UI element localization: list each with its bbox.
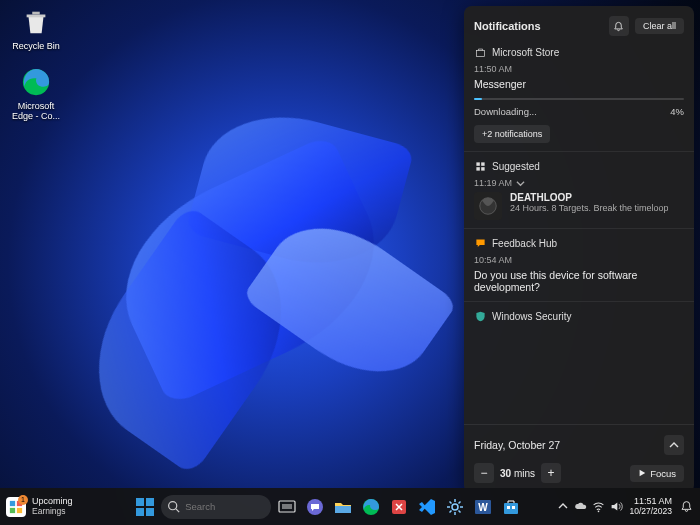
game-thumbnail (474, 192, 502, 220)
svg-point-16 (169, 502, 177, 510)
chevron-down-icon (516, 179, 525, 188)
notification-app-name: Windows Security (492, 311, 571, 322)
notification-app-name: Microsoft Store (492, 47, 559, 58)
task-view-button[interactable] (275, 495, 299, 519)
bell-icon (680, 500, 693, 513)
focus-button[interactable]: Focus (630, 465, 684, 482)
windows-icon (136, 498, 154, 516)
chevron-up-icon (669, 440, 679, 450)
download-percent: 4% (670, 106, 684, 117)
decrease-minutes-button[interactable]: − (474, 463, 494, 483)
play-icon (638, 469, 646, 477)
notification-group-suggested[interactable]: Suggested 11:19 AM DEATHLOOP 24 Hours. 8… (474, 160, 684, 220)
widgets-button[interactable]: 1 Upcoming Earnings (0, 497, 100, 517)
svg-rect-11 (17, 507, 22, 512)
notifications-button[interactable] (678, 498, 694, 514)
focus-date: Friday, October 27 (474, 439, 560, 451)
desktop-icon-label: Recycle Bin (6, 41, 66, 51)
start-button[interactable] (133, 495, 157, 519)
svg-point-22 (452, 504, 458, 510)
focus-minutes: 30 mins (500, 468, 535, 479)
notification-group-feedback[interactable]: Feedback Hub 10:54 AM Do you use this de… (474, 237, 684, 293)
svg-rect-27 (512, 506, 515, 509)
notifications-title: Notifications (474, 20, 603, 32)
notification-text: Do you use this device for software deve… (474, 269, 684, 293)
clear-all-button[interactable]: Clear all (635, 18, 684, 34)
svg-point-28 (598, 511, 600, 513)
edge-icon (20, 66, 52, 98)
notification-time: 10:54 AM (474, 255, 684, 265)
svg-rect-14 (136, 508, 144, 516)
game-description: 24 Hours. 8 Targets. Break the timeloop (510, 203, 668, 213)
taskbar-clock[interactable]: 11:51 AM 10/27/2023 (629, 497, 672, 516)
notification-group-security[interactable]: Windows Security (474, 310, 684, 322)
svg-rect-4 (476, 167, 479, 170)
notifications-panel: Notifications Clear all Microsoft Store … (464, 6, 694, 493)
more-notifications-button[interactable]: +2 notifications (474, 125, 550, 143)
suggested-icon (474, 160, 486, 172)
taskbar-app-chat[interactable] (303, 495, 327, 519)
svg-rect-3 (481, 162, 484, 165)
notification-group-store[interactable]: Microsoft Store 11:50 AM Messenger Downl… (474, 46, 684, 143)
svg-rect-5 (481, 167, 484, 170)
svg-rect-15 (146, 508, 154, 516)
system-tray[interactable] (556, 500, 623, 513)
taskbar-app-explorer[interactable] (331, 495, 355, 519)
widgets-line1: Upcoming (32, 497, 73, 506)
svg-rect-25 (504, 503, 518, 514)
collapse-focus-button[interactable] (664, 435, 684, 455)
svg-rect-10 (10, 507, 15, 512)
notification-app-name: Suggested (492, 161, 540, 172)
store-icon (474, 46, 486, 58)
notification-time[interactable]: 11:19 AM (474, 178, 684, 188)
taskbar-app-word[interactable]: W (471, 495, 495, 519)
volume-icon (610, 500, 623, 513)
svg-rect-1 (476, 50, 484, 56)
focus-section: Friday, October 27 − 30 mins + Focus (464, 424, 694, 493)
clock-date: 10/27/2023 (629, 507, 672, 516)
search-icon (167, 500, 180, 513)
desktop-icon-recycle-bin[interactable]: Recycle Bin (6, 6, 66, 51)
increase-minutes-button[interactable]: + (541, 463, 561, 483)
svg-rect-2 (476, 162, 479, 165)
svg-rect-26 (507, 506, 510, 509)
taskbar-app-edge[interactable] (359, 495, 383, 519)
wifi-icon (592, 500, 605, 513)
download-status: Downloading... (474, 106, 537, 117)
desktop-icon-label: Microsoft Edge - Co... (6, 101, 66, 121)
shield-icon (474, 310, 486, 322)
desktop-icon-edge[interactable]: Microsoft Edge - Co... (6, 66, 66, 121)
download-progress-bar (474, 98, 684, 100)
widgets-line2: Earnings (32, 506, 73, 516)
svg-text:W: W (478, 502, 488, 513)
taskbar-search[interactable] (161, 495, 271, 519)
search-input[interactable] (185, 501, 255, 512)
feedback-hub-icon (474, 237, 486, 249)
taskbar: 1 Upcoming Earnings W 11: (0, 488, 700, 525)
taskbar-app-store[interactable] (499, 495, 523, 519)
taskbar-app-snip[interactable] (387, 495, 411, 519)
svg-rect-8 (10, 500, 15, 505)
svg-rect-12 (136, 498, 144, 506)
notification-app-name: Feedback Hub (492, 238, 557, 249)
notification-time: 11:50 AM (474, 64, 684, 74)
taskbar-app-vscode[interactable] (415, 495, 439, 519)
do-not-disturb-button[interactable] (609, 16, 629, 36)
onedrive-icon (574, 500, 587, 513)
notification-title: Messenger (474, 78, 684, 90)
svg-rect-13 (146, 498, 154, 506)
game-title: DEATHLOOP (510, 192, 668, 203)
taskbar-app-settings[interactable] (443, 495, 467, 519)
recycle-bin-icon (20, 6, 52, 38)
widgets-icon: 1 (6, 497, 26, 517)
svg-rect-18 (282, 504, 292, 509)
widgets-badge: 1 (18, 495, 28, 505)
chevron-up-icon (556, 500, 569, 513)
